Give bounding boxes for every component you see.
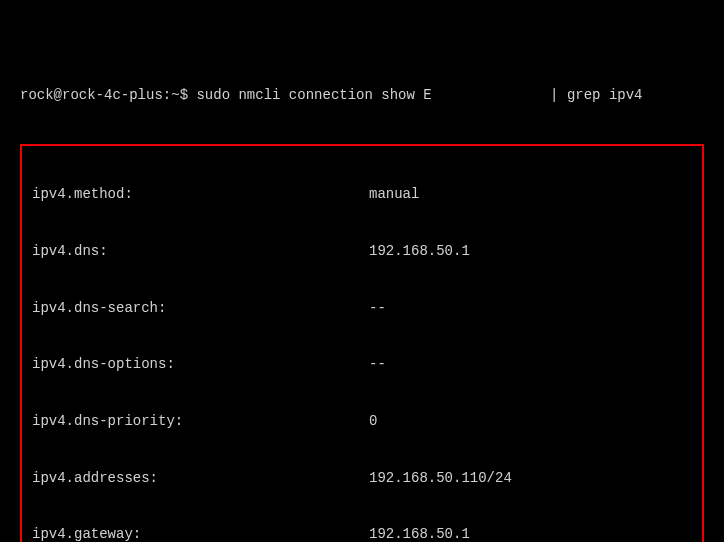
- output-row: ipv4.addresses:192.168.50.110/24: [24, 469, 700, 488]
- output-row: ipv4.dns-priority:0: [24, 412, 700, 431]
- output-key: ipv4.dns-search:: [24, 299, 369, 318]
- output-row: ipv4.dns:192.168.50.1: [24, 242, 700, 261]
- output-key: ipv4.dns:: [24, 242, 369, 261]
- output-value: --: [369, 299, 386, 318]
- command-suffix: | grep ipv4: [550, 86, 642, 105]
- output-row: ipv4.dns-search:--: [24, 299, 700, 318]
- command-prefix: sudo nmcli connection show E: [196, 86, 431, 105]
- output-row: ipv4.gateway:192.168.50.1: [24, 525, 700, 542]
- output-value: --: [369, 355, 386, 374]
- output-key: ipv4.addresses:: [24, 469, 369, 488]
- output-key: ipv4.gateway:: [24, 525, 369, 542]
- highlight-annotation: ipv4.method:manual ipv4.dns:192.168.50.1…: [20, 144, 704, 542]
- redacted-block: [432, 86, 542, 100]
- output-key: ipv4.dns-options:: [24, 355, 369, 374]
- output-value: manual: [369, 185, 419, 204]
- prompt-user-host: rock@rock-4c-plus: [20, 86, 163, 105]
- prompt-symbol: $: [180, 86, 188, 105]
- output-key: ipv4.dns-priority:: [24, 412, 369, 431]
- command-line[interactable]: rock@rock-4c-plus:~$ sudo nmcli connecti…: [20, 86, 704, 105]
- output-row: ipv4.method:manual: [24, 185, 700, 204]
- prompt-path: ~: [171, 86, 179, 105]
- terminal-output: rock@rock-4c-plus:~$ sudo nmcli connecti…: [20, 48, 704, 542]
- output-key: ipv4.method:: [24, 185, 369, 204]
- output-value: 0: [369, 412, 377, 431]
- output-value: 192.168.50.110/24: [369, 469, 512, 488]
- output-value: 192.168.50.1: [369, 242, 470, 261]
- output-value: 192.168.50.1: [369, 525, 470, 542]
- output-row: ipv4.dns-options:--: [24, 355, 700, 374]
